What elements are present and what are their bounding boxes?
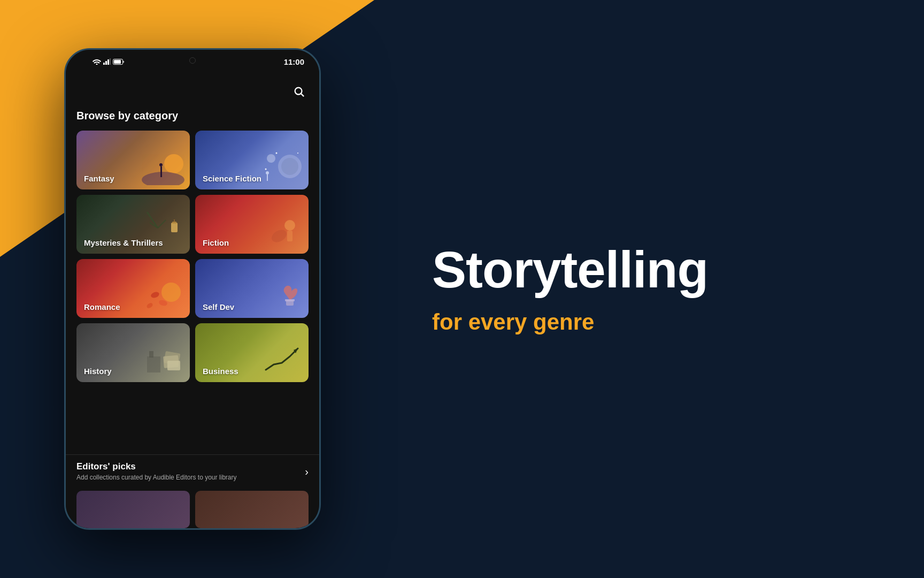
svg-point-26	[284, 220, 295, 231]
svg-rect-34	[285, 299, 295, 301]
browse-section: Browse by category Fantasy	[66, 105, 319, 454]
svg-line-23	[147, 212, 158, 228]
signal-icon	[103, 58, 111, 65]
category-card-mysteries[interactable]: Mysteries & Thrillers	[76, 195, 190, 254]
search-icon	[293, 86, 305, 97]
svg-point-11	[159, 163, 163, 166]
svg-point-30	[150, 291, 160, 299]
phone-frame: 11:00 Browse by category	[64, 48, 321, 530]
svg-rect-18	[267, 174, 268, 181]
category-label-romance: Romance	[84, 302, 120, 311]
camera-dot	[189, 57, 196, 64]
svg-point-9	[142, 172, 184, 185]
category-card-romance[interactable]: Romance	[76, 259, 190, 318]
battery-icon	[113, 59, 125, 65]
category-label-business: Business	[203, 367, 238, 376]
svg-point-15	[265, 169, 267, 170]
category-label-mysteries: Mysteries & Thrillers	[84, 238, 163, 247]
category-grid: Fantasy	[76, 131, 309, 382]
svg-rect-27	[287, 231, 292, 241]
phone-device: 11:00 Browse by category	[64, 48, 321, 530]
right-panel: Storytelling for every genre	[346, 0, 924, 578]
svg-line-25	[158, 220, 166, 228]
svg-point-8	[164, 154, 183, 173]
category-label-history: History	[84, 367, 112, 376]
svg-rect-0	[103, 63, 105, 65]
svg-rect-5	[114, 60, 121, 64]
search-area	[66, 73, 319, 105]
category-label-selfdev: Self Dev	[203, 302, 234, 311]
phone-screen: Browse by category Fantasy	[66, 73, 319, 528]
bottom-hint	[66, 486, 319, 528]
editors-header[interactable]: Editors' picks Add collections curated b…	[76, 461, 309, 482]
category-card-fantasy[interactable]: Fantasy	[76, 131, 190, 189]
editors-title: Editors' picks	[76, 461, 237, 472]
category-card-business[interactable]: Business	[195, 323, 309, 382]
category-card-scifi[interactable]: Science Fiction	[195, 131, 309, 189]
editors-section: Editors' picks Add collections curated b…	[66, 454, 319, 486]
svg-point-6	[295, 88, 302, 95]
svg-rect-1	[105, 61, 107, 65]
scifi-illustration	[260, 148, 303, 185]
editors-arrow-icon[interactable]: ›	[305, 466, 309, 478]
fantasy-illustration	[142, 148, 184, 185]
tagline-sub: for every genre	[432, 309, 924, 335]
svg-rect-39	[149, 351, 153, 358]
category-label-fiction: Fiction	[203, 238, 229, 247]
category-card-history[interactable]: History	[76, 323, 190, 382]
svg-point-29	[161, 283, 181, 302]
svg-point-28	[270, 227, 289, 245]
business-illustration	[260, 340, 303, 378]
editors-text: Editors' picks Add collections curated b…	[76, 461, 237, 482]
browse-title: Browse by category	[76, 110, 309, 122]
category-card-selfdev[interactable]: Self Dev	[195, 259, 309, 318]
category-label-scifi: Science Fiction	[203, 174, 261, 183]
editors-subtitle: Add collections curated by Audible Edito…	[76, 473, 237, 482]
svg-line-7	[301, 94, 304, 96]
tagline-main: Storytelling	[432, 243, 924, 297]
hint-card-2[interactable]	[195, 491, 309, 528]
fiction-illustration	[260, 212, 303, 249]
svg-point-32	[146, 302, 153, 309]
hint-card-1[interactable]	[76, 491, 190, 528]
romance-illustration	[142, 276, 184, 314]
svg-rect-21	[172, 222, 176, 224]
svg-rect-37	[167, 361, 180, 370]
search-button[interactable]	[289, 82, 309, 101]
status-time: 11:00	[284, 57, 304, 66]
status-bar: 11:00	[66, 50, 319, 73]
svg-point-19	[266, 171, 269, 174]
category-label-fantasy: Fantasy	[84, 174, 114, 183]
svg-point-16	[276, 153, 278, 154]
svg-rect-20	[171, 223, 178, 232]
svg-point-17	[297, 153, 298, 154]
svg-point-14	[267, 154, 275, 163]
svg-point-13	[281, 158, 298, 175]
history-illustration	[142, 340, 184, 378]
category-card-fiction[interactable]: Fiction	[195, 195, 309, 254]
selfdev-illustration	[260, 276, 303, 314]
svg-rect-10	[160, 166, 162, 177]
svg-rect-3	[110, 58, 111, 65]
wifi-icon	[93, 58, 101, 65]
status-icons	[93, 58, 125, 65]
svg-rect-38	[147, 356, 160, 372]
svg-rect-2	[107, 59, 109, 65]
